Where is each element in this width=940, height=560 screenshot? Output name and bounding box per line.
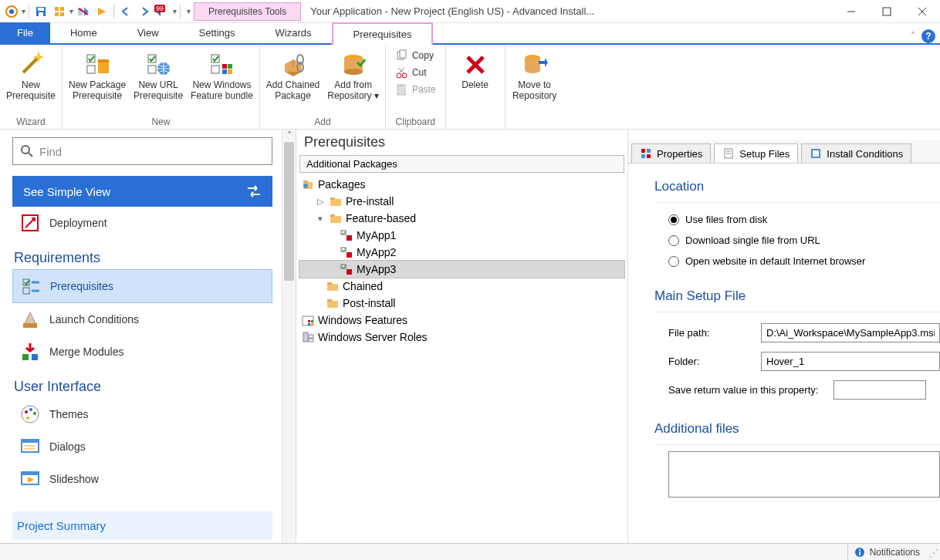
nav-deployment[interactable]: Deployment (12, 207, 272, 239)
left-scrollbar[interactable]: ˄ (282, 130, 296, 543)
chained-package-icon (279, 51, 307, 79)
tab-properties[interactable]: Properties (631, 143, 711, 163)
new-url-prerequisite-button[interactable]: New URL Prerequisite (134, 48, 183, 102)
tab-install-conditions[interactable]: Install Conditions (801, 143, 911, 163)
nav-launch-conditions[interactable]: Launch Conditions (12, 303, 272, 336)
add-from-repository-button[interactable]: Add from Repository ▾ (327, 48, 379, 102)
tree-postinstall[interactable]: Post-install (299, 295, 624, 312)
svg-point-34 (397, 73, 401, 78)
cut-icon (395, 66, 407, 79)
prereq-item-icon (340, 245, 353, 259)
folder-input[interactable] (761, 352, 940, 371)
new-package-prerequisite-button[interactable]: New Package Prerequisite (69, 48, 126, 102)
add-chained-package-button[interactable]: Add Chained Package (266, 48, 320, 102)
nav-prerequisites[interactable]: Prerequisites (12, 269, 272, 303)
back-icon[interactable] (117, 3, 134, 20)
properties-pane: Properties Setup Files Install Condition… (628, 130, 940, 543)
tab-file[interactable]: File (0, 22, 50, 43)
build-icon[interactable] (75, 3, 92, 20)
url-check-icon (144, 51, 172, 79)
radio-download-url[interactable]: Download single file from URL (668, 230, 940, 251)
svg-point-52 (25, 410, 28, 413)
section-main-setup-file: Main Setup File (654, 284, 940, 312)
tree-preinstall[interactable]: ▷ Pre-install (299, 193, 624, 210)
svg-rect-22 (211, 55, 219, 62)
svg-rect-87 (641, 149, 645, 153)
svg-rect-82 (308, 323, 310, 326)
svg-rect-66 (330, 197, 335, 200)
radio-use-files-disk[interactable]: Use files from disk (668, 209, 940, 230)
tree-feature-based[interactable]: ▾ Feature-based (299, 210, 624, 227)
nav-slideshow[interactable]: Slideshow (12, 463, 272, 495)
resize-grip[interactable]: ⋰ (926, 544, 940, 560)
svg-rect-15 (87, 55, 95, 62)
tab-prerequisites[interactable]: Prerequisites (332, 22, 434, 45)
tab-setup-files[interactable]: Setup Files (714, 143, 798, 163)
notifications-button[interactable]: Notifications (847, 544, 926, 560)
copy-button[interactable]: Copy (392, 48, 439, 63)
svg-rect-11 (883, 8, 891, 15)
tree-myapp2[interactable]: MyApp2 (299, 244, 624, 261)
scroll-thumb[interactable] (284, 142, 294, 281)
collapse-icon[interactable]: ▾ (315, 214, 326, 224)
dialogs-icon (20, 437, 40, 457)
svg-rect-65 (330, 199, 341, 206)
tree-chained[interactable]: Chained (299, 278, 624, 295)
expand-icon[interactable]: ▷ (315, 197, 326, 207)
nav-themes[interactable]: Themes (12, 398, 272, 430)
folder-label: Folder: (668, 356, 746, 367)
server-roles-icon (301, 330, 315, 344)
new-windows-feature-bundle-button[interactable]: New Windows Feature bundle (191, 48, 253, 102)
updates-icon[interactable]: 99 (154, 3, 171, 20)
packages-root-icon (301, 177, 315, 191)
new-prerequisite-button[interactable]: New Prerequisite (6, 48, 56, 102)
scroll-up-icon[interactable]: ˄ (282, 130, 296, 142)
search-input[interactable]: Find (12, 137, 272, 165)
minimize-button[interactable] (833, 0, 869, 23)
svg-rect-25 (228, 64, 232, 69)
layout-icon[interactable] (51, 3, 68, 20)
close-button[interactable] (904, 0, 940, 23)
tree-windows-features[interactable]: Windows Features (299, 312, 624, 329)
tab-view[interactable]: View (117, 22, 179, 43)
windows-features-icon (301, 313, 315, 327)
svg-rect-95 (813, 150, 819, 157)
tab-home[interactable]: Home (50, 22, 117, 43)
file-path-input[interactable] (761, 323, 940, 342)
help-icon[interactable]: ? (921, 29, 935, 43)
tree-myapp3[interactable]: MyApp3 (299, 261, 624, 278)
title-bar: ▾ ▾ 99 ▾ ▾ Prerequisites Tools Your Appl… (0, 0, 940, 23)
nav-dialogs[interactable]: Dialogs (12, 430, 272, 463)
cut-button[interactable]: Cut (392, 65, 439, 80)
app-menu-icon[interactable] (3, 3, 20, 20)
delete-button[interactable]: Delete (452, 48, 499, 91)
save-icon[interactable] (32, 3, 49, 20)
svg-rect-86 (309, 339, 313, 342)
nav-merge-modules[interactable]: Merge Modules (12, 336, 272, 368)
context-tab-prereq-tools[interactable]: Prerequisites Tools (194, 2, 301, 21)
svg-rect-97 (859, 552, 861, 555)
simple-view-button[interactable]: See Simple View (12, 176, 272, 207)
tree-myapp1[interactable]: MyApp1 (299, 227, 624, 244)
tab-settings[interactable]: Settings (179, 22, 255, 43)
move-to-repository-button[interactable]: Move to Repository (512, 48, 558, 102)
run-icon[interactable] (93, 3, 110, 20)
nav-project-summary[interactable]: Project Summary (12, 511, 272, 540)
forward-icon[interactable] (136, 3, 153, 20)
tree-windows-server-roles[interactable]: Windows Server Roles (299, 329, 624, 346)
maximize-button[interactable] (869, 0, 904, 23)
windows-feature-icon (208, 51, 235, 79)
svg-rect-61 (22, 472, 39, 475)
tree-packages[interactable]: Packages (299, 176, 624, 193)
additional-files-list[interactable] (668, 451, 940, 498)
collapse-ribbon-icon[interactable]: ˄ (911, 31, 915, 42)
tab-wizards[interactable]: Wizards (255, 22, 332, 43)
save-return-input[interactable] (833, 380, 926, 400)
svg-rect-70 (347, 235, 352, 241)
svg-rect-20 (148, 66, 156, 73)
left-nav-pane: Find See Simple View Deployment Requirem… (0, 130, 296, 543)
folder-icon (329, 194, 343, 208)
dropdown-caret-icon: ▾ (374, 90, 379, 101)
svg-line-44 (29, 153, 32, 157)
radio-open-website[interactable]: Open website in default Internet browser (668, 251, 940, 272)
